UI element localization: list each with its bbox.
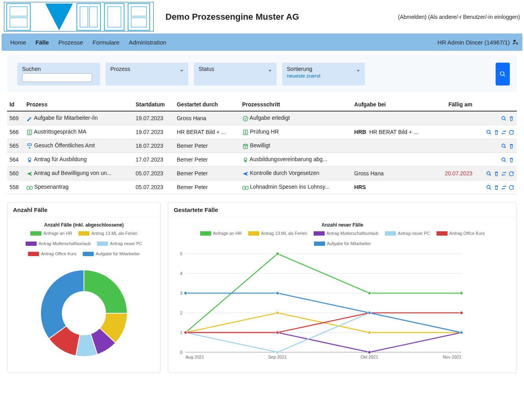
svg-point-17 xyxy=(502,116,505,119)
svg-point-27 xyxy=(502,144,505,147)
paint-icon xyxy=(26,142,33,149)
legend-item[interactable]: Antrag neuer PC xyxy=(97,241,142,246)
svg-line-24 xyxy=(490,133,491,134)
chart-card-anzahl: Anzahl Fälle Anzahl Fälle (inkl. abgesch… xyxy=(7,202,161,373)
trash-icon[interactable] xyxy=(493,128,500,135)
search-icon[interactable] xyxy=(501,115,507,121)
svg-rect-26 xyxy=(243,144,247,149)
search-icon[interactable] xyxy=(486,184,492,190)
logo xyxy=(4,2,154,32)
table-row[interactable]: 558 Spesenantrag 05.07.2023 Bemer Peter … xyxy=(7,180,517,194)
legend-item[interactable]: Anfrage an HR xyxy=(30,231,72,236)
svg-point-36 xyxy=(29,187,30,188)
chevron-down-icon: ⌄ xyxy=(268,66,273,73)
filter-process[interactable]: Prozess ⌄ xyxy=(106,63,188,85)
search-icon[interactable] xyxy=(501,156,507,163)
exchange-icon[interactable] xyxy=(501,128,507,135)
trash-icon[interactable] xyxy=(508,156,515,163)
svg-text:0: 0 xyxy=(180,350,182,355)
svg-point-22 xyxy=(245,131,246,132)
svg-point-30 xyxy=(244,158,247,160)
search-button[interactable] xyxy=(496,63,510,85)
hammer-icon xyxy=(26,115,33,121)
svg-point-71 xyxy=(276,351,279,354)
table-row[interactable]: 569 Aufgabe für Mitarbeiter-/in 19.07.20… xyxy=(7,111,517,125)
legend-item[interactable]: Aufgabe für Mitarbeiter xyxy=(314,241,371,246)
nav-item-home[interactable]: Home xyxy=(6,35,31,50)
legend-item[interactable]: Antrag Office Kurs xyxy=(437,231,485,236)
filter-status[interactable]: Status ⌄ xyxy=(194,63,277,85)
svg-text:3: 3 xyxy=(180,291,182,295)
trash-icon[interactable] xyxy=(493,170,500,177)
chevron-down-icon: ⌄ xyxy=(356,66,361,73)
nav-user[interactable]: HR Admin Dincer (14967/1) xyxy=(438,39,518,46)
legend-item[interactable]: Antrag 13.ML als Ferien xyxy=(248,231,307,236)
filter-sort[interactable]: Sortierung neueste zuerst ⌄ xyxy=(282,63,365,85)
user-cog-icon xyxy=(512,39,518,45)
legend-item[interactable]: Antrag Mutterschaftsurlaub xyxy=(26,241,91,246)
trash-icon[interactable] xyxy=(493,184,500,190)
svg-point-31 xyxy=(502,158,505,161)
refresh-icon[interactable] xyxy=(508,184,515,190)
svg-text:Sep 2021: Sep 2021 xyxy=(268,355,287,359)
svg-point-68 xyxy=(368,351,371,354)
svg-line-15 xyxy=(504,75,505,76)
table-row[interactable]: 560 Antrag auf Bewilligung von un... 05.… xyxy=(7,167,517,180)
svg-rect-6 xyxy=(89,7,97,27)
svg-line-28 xyxy=(505,147,506,148)
navbar: HomeFälleProzesseFormulareAdministration… xyxy=(2,33,522,51)
doc-user-icon xyxy=(26,128,33,135)
chart-card-gestartete: Gestartete Fälle Anzahl neuer Fälle Anfr… xyxy=(168,202,517,373)
search-input[interactable] xyxy=(22,73,92,82)
svg-point-39 xyxy=(487,185,490,188)
nav-item-formulare[interactable]: Formulare xyxy=(88,35,124,50)
legend-item[interactable]: Antrag neuer PC xyxy=(385,231,430,236)
company-title: Demo Prozessengine Muster AG xyxy=(165,12,299,22)
filter-search: Suchen xyxy=(17,63,100,85)
svg-line-18 xyxy=(505,119,506,120)
logout-link[interactable]: (Abmelden) xyxy=(398,14,426,20)
svg-point-78 xyxy=(184,292,187,295)
trash-icon[interactable] xyxy=(508,115,515,121)
svg-line-40 xyxy=(490,188,491,189)
legend-item[interactable]: Antrag 13.ML als Ferien xyxy=(78,231,138,236)
svg-text:Aug 2021: Aug 2021 xyxy=(186,355,204,359)
table-row[interactable]: 565 Gesuch Öffentliches Amt 18.07.2023 B… xyxy=(7,139,517,153)
login-as-link[interactable]: (Als andere/-r Benutzer/-in einloggen) xyxy=(428,14,520,20)
exchange-icon[interactable] xyxy=(501,184,507,190)
legend-item[interactable]: Anfrage an HR xyxy=(200,231,242,236)
svg-rect-2 xyxy=(10,18,27,27)
col-header: Gestartet durch xyxy=(175,98,240,111)
table-row[interactable]: 566 Austrittsgespräch MA 19.07.2023 HR B… xyxy=(7,125,517,139)
search-icon[interactable] xyxy=(486,170,492,177)
line-chart: 012345Aug 2021Sep 2021Okt 2021Nov 2021 xyxy=(174,250,465,364)
donut-chart xyxy=(13,260,155,366)
nav-item-administration[interactable]: Administration xyxy=(124,35,171,50)
trash-icon[interactable] xyxy=(508,142,515,149)
svg-point-14 xyxy=(500,72,504,75)
legend-item[interactable]: Antrag Mutterschaftsurlaub xyxy=(314,231,379,236)
svg-rect-11 xyxy=(131,18,147,27)
svg-line-34 xyxy=(490,174,491,175)
svg-point-29 xyxy=(28,158,31,160)
cal-check-icon xyxy=(242,142,249,149)
col-header: Fällig am xyxy=(435,98,475,111)
refresh-icon[interactable] xyxy=(508,170,515,177)
refresh-icon[interactable] xyxy=(508,128,515,135)
search-icon[interactable] xyxy=(501,142,507,149)
svg-point-74 xyxy=(184,331,187,334)
svg-point-33 xyxy=(487,171,490,175)
nav-item-prozesse[interactable]: Prozesse xyxy=(54,35,88,50)
check-circle-icon xyxy=(242,115,249,121)
legend-item[interactable]: Antrag Office Kurs xyxy=(28,251,76,256)
search-icon[interactable] xyxy=(486,128,492,135)
svg-point-61 xyxy=(460,292,463,295)
nav-item-fälle[interactable]: Fälle xyxy=(31,35,54,50)
svg-rect-0 xyxy=(7,4,30,30)
legend-item[interactable]: Aufgabe für Mitarbeiter xyxy=(83,251,140,256)
filter-bar: Suchen Prozess ⌄ Status ⌄ Sortierung neu… xyxy=(7,55,517,93)
svg-point-12 xyxy=(513,40,515,42)
exchange-icon[interactable] xyxy=(501,170,507,177)
table-row[interactable]: 564 Antrag für Ausbildung 17.07.2023 Bem… xyxy=(7,153,517,167)
svg-point-64 xyxy=(368,331,371,334)
